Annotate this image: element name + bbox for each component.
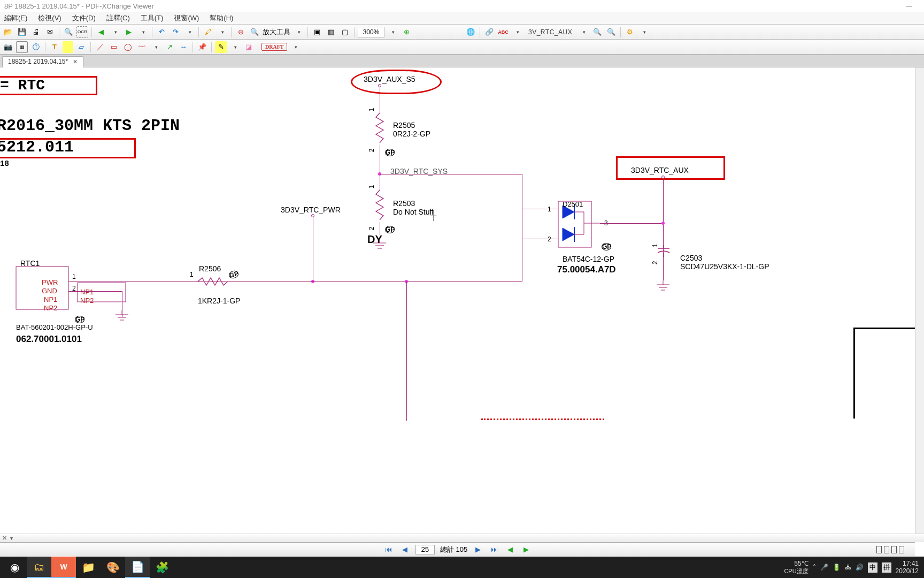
explorer-icon[interactable]: 🗂 xyxy=(27,557,51,578)
document-viewport[interactable]: = RTC R2016_30MM KTS 2PIN 5212.011 18 3D… xyxy=(0,67,924,556)
link-dropdown-value[interactable]: 3V_RTC_AUX xyxy=(525,28,575,36)
highlight-icon[interactable] xyxy=(63,41,73,53)
save-icon[interactable]: 💾 xyxy=(16,26,28,38)
chevron-down-icon[interactable]: ▾ xyxy=(10,535,13,541)
oval-icon[interactable]: ◯ xyxy=(122,41,134,53)
facing-continuous-icon[interactable] xyxy=(899,546,904,553)
select-icon[interactable]: ▦ xyxy=(16,41,28,53)
textbox-icon[interactable]: T xyxy=(49,41,60,53)
zoom-input[interactable] xyxy=(358,27,384,37)
find-icon[interactable]: 🔍 xyxy=(63,26,74,38)
settings-icon[interactable]: ⚙ xyxy=(624,26,636,38)
page-input[interactable] xyxy=(415,545,435,554)
actual-size-icon[interactable]: ▢ xyxy=(339,26,351,38)
abc-dropdown[interactable] xyxy=(511,26,523,38)
cap-c2503 xyxy=(657,245,671,258)
resistor-r2506 xyxy=(198,278,230,285)
find-prev-icon[interactable]: 🔍 xyxy=(605,26,617,38)
facing-icon[interactable] xyxy=(891,546,897,553)
mail-icon[interactable]: ✉ xyxy=(44,26,56,38)
menu-tools[interactable]: 工具(T) xyxy=(138,12,166,24)
draft-stamp[interactable]: DRAFT xyxy=(261,43,287,51)
pin-icon[interactable]: 📌 xyxy=(196,41,208,53)
network-icon[interactable]: 🖧 xyxy=(845,564,851,571)
line-icon[interactable]: ／ xyxy=(94,41,106,53)
link-value-dropdown[interactable] xyxy=(578,26,589,38)
r2503-val: Do Not Stuff xyxy=(393,208,434,216)
document-tab[interactable]: 18825-1 2019.04.15* ✕ xyxy=(2,56,83,68)
close-tab-icon[interactable]: ✕ xyxy=(73,58,78,65)
rotate-cw-icon[interactable]: ↷ xyxy=(170,26,181,38)
pdf-viewer-icon[interactable]: 📄 xyxy=(125,557,150,578)
dimension-icon[interactable]: ↔ xyxy=(178,41,189,53)
forward-dropdown[interactable] xyxy=(137,26,149,38)
abc-icon[interactable]: ABC xyxy=(497,26,509,38)
rect-icon[interactable]: ▭ xyxy=(108,41,120,53)
fit-width-icon[interactable]: ▥ xyxy=(325,26,337,38)
forward-icon[interactable]: ▶ xyxy=(123,26,135,38)
wire xyxy=(522,209,522,239)
ime-lang[interactable]: 中 xyxy=(868,562,877,573)
open-icon[interactable]: 📂 xyxy=(2,26,14,38)
menu-help[interactable]: 幫助(H) xyxy=(207,12,235,24)
web-icon[interactable]: 🌐 xyxy=(465,26,476,38)
continuous-icon[interactable] xyxy=(884,546,889,553)
stamp-dropdown[interactable] xyxy=(289,41,301,53)
eraser-icon[interactable]: ◪ xyxy=(243,41,255,53)
highlight-tool-icon[interactable]: 🖍 xyxy=(202,26,214,38)
rotate-ccw-icon[interactable]: ↶ xyxy=(156,26,167,38)
paint-icon[interactable]: 🎨 xyxy=(101,557,125,578)
battery-icon[interactable]: 🔋 xyxy=(833,564,841,571)
ime-mode[interactable]: 拼 xyxy=(882,562,891,573)
nav-fwd-icon[interactable]: ▶ xyxy=(521,544,532,555)
polyline-icon[interactable]: 〰 xyxy=(136,41,148,53)
pencil-dropdown[interactable] xyxy=(229,41,241,53)
menu-comment[interactable]: 註釋(C) xyxy=(104,12,132,24)
temperature-widget[interactable]: 55℃ CPU溫度 xyxy=(784,560,808,575)
zoom-in-icon[interactable]: ⊕ xyxy=(401,26,412,38)
last-page-button[interactable]: ⏭ xyxy=(489,544,499,555)
callout-icon[interactable]: ▱ xyxy=(75,41,87,53)
clock[interactable]: 17:41 2020/12 xyxy=(896,560,919,575)
close-icon[interactable]: ✕ xyxy=(2,535,7,542)
zoom-tool-dropdown[interactable] xyxy=(292,26,304,38)
microphone-icon[interactable]: 🎤 xyxy=(820,564,828,571)
arrow-icon[interactable]: ↗ xyxy=(164,41,175,53)
app-icon[interactable]: 🧩 xyxy=(150,557,174,578)
link-icon[interactable]: 🔗 xyxy=(483,26,495,38)
volume-icon[interactable]: 🔊 xyxy=(856,564,864,571)
back-icon[interactable]: ◀ xyxy=(95,26,107,38)
first-page-button[interactable]: ⏮ xyxy=(383,544,394,555)
single-page-icon[interactable] xyxy=(876,546,882,553)
shape-dropdown[interactable] xyxy=(150,41,161,53)
menu-edit[interactable]: 編輯(E) xyxy=(2,12,29,24)
title-bar: 8P 18825-1 2019.04.15* - PDF-XChange Vie… xyxy=(0,0,924,12)
undo-dropdown[interactable] xyxy=(183,26,195,38)
text-select-icon[interactable]: Ⓣ xyxy=(30,41,42,53)
camera-icon[interactable]: 📷 xyxy=(2,41,14,53)
chrome-icon[interactable]: ◉ xyxy=(2,557,27,578)
tray-chevron-icon[interactable]: ˄ xyxy=(813,564,816,571)
folder-icon[interactable]: 📁 xyxy=(76,557,101,578)
ocr-icon[interactable]: OCR xyxy=(76,26,88,38)
print-icon[interactable]: 🖨 xyxy=(30,26,42,38)
prev-page-button[interactable]: ◀ xyxy=(399,544,410,555)
highlight-dropdown[interactable] xyxy=(216,26,228,38)
settings-dropdown[interactable] xyxy=(638,26,650,38)
pencil-icon[interactable]: ✎ xyxy=(215,41,227,53)
vertical-scrollbar[interactable] xyxy=(915,67,924,542)
minimize-button[interactable]: — xyxy=(898,2,920,10)
menu-view[interactable]: 檢視(V) xyxy=(36,12,63,24)
menu-document[interactable]: 文件(D) xyxy=(70,12,98,24)
zoom-tool-icon[interactable]: 🔍 xyxy=(249,26,260,38)
r2503-ref: R2503 xyxy=(393,199,415,208)
zoom-dropdown[interactable] xyxy=(387,26,398,38)
find-next-icon[interactable]: 🔍 xyxy=(591,26,603,38)
next-page-button[interactable]: ▶ xyxy=(473,544,483,555)
zoom-out-icon[interactable]: ⊖ xyxy=(235,26,247,38)
menu-window[interactable]: 視窗(W) xyxy=(172,12,201,24)
fit-page-icon[interactable]: ▣ xyxy=(311,26,323,38)
back-dropdown[interactable] xyxy=(109,26,121,38)
wps-icon[interactable]: W xyxy=(51,557,76,578)
nav-back-icon[interactable]: ◀ xyxy=(505,544,515,555)
